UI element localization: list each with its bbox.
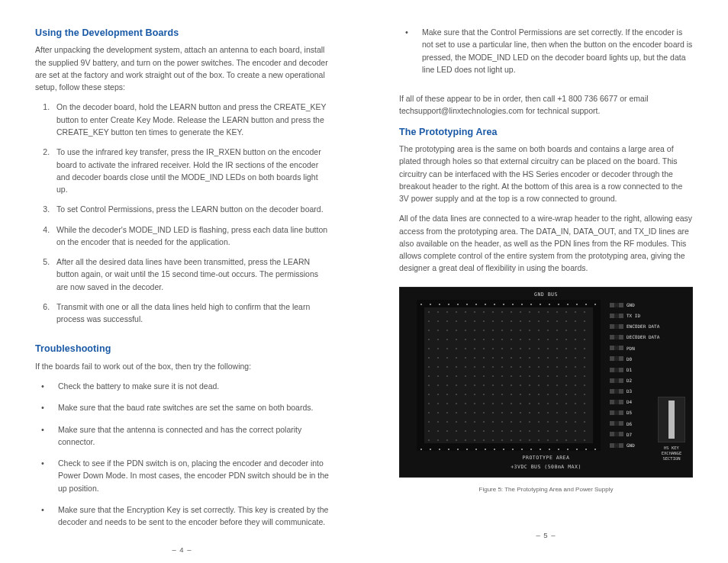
left-column: Using the Development Boards After unpac… (0, 0, 364, 563)
heading-troubleshooting: Troubleshooting (35, 342, 329, 356)
tip: Check to see if the PDN switch is on, pl… (52, 457, 329, 494)
tip: Make sure that the Control Permissions a… (416, 26, 693, 76)
tip: Check the battery to make sure it is not… (52, 380, 329, 392)
page-number: – 5 – (399, 530, 693, 542)
step: After all the desired data lines have be… (52, 256, 329, 293)
figure-caption: Figure 5: The Prototyping Area and Power… (399, 485, 693, 494)
step: While the decoder's MODE_IND LED is flas… (52, 224, 329, 249)
proto-para1: The prototyping area is the same on both… (399, 143, 693, 204)
key-exchange-section: HS KEY EXCHANGE SECTION (654, 300, 689, 465)
intro-text: After unpacking the development system, … (35, 43, 329, 93)
step: On the decoder board, hold the LEARN but… (52, 101, 329, 138)
silk-proto-area: PROTOTYPE AREA (400, 454, 692, 462)
troubleshooting-continued: Make sure that the Control Permissions a… (399, 26, 693, 85)
silk-3v-bus: +3VDC BUS (500mA MAX) (400, 463, 692, 471)
tip: Make sure that the antenna is connected … (52, 423, 329, 449)
step: To use the infrared key transfer, press … (52, 146, 329, 195)
heading-prototyping: The Prototyping Area (399, 125, 693, 140)
proto-para2: All of the data lines are connected to a… (399, 212, 693, 274)
tip: Make sure that the baud rate switches ar… (52, 401, 329, 413)
step: Transmit with one or all the data lines … (52, 301, 329, 326)
page-number: – 4 – (35, 545, 329, 556)
heading-using-boards: Using the Development Boards (35, 26, 329, 40)
right-column: Make sure that the Control Permissions a… (364, 0, 728, 563)
silk-gnd-bus: GND BUS (400, 291, 692, 298)
setup-steps: On the decoder board, hold the LEARN but… (35, 101, 329, 333)
troubleshooting-intro: If the boards fail to work out of the bo… (35, 360, 329, 372)
troubleshooting-list: Check the battery to make sure it is not… (35, 380, 329, 537)
step: To set Control Permissions, press the LE… (52, 203, 329, 215)
contact-info: If all of these appear to be in order, t… (399, 92, 693, 117)
learn-switch (658, 397, 685, 442)
figure-prototyping-area: GND BUS GND TX ID ENCODER DATA DECODER D… (399, 287, 693, 478)
tip: Make sure that the Encryption Key is set… (52, 503, 329, 529)
proto-hole-grid (417, 300, 601, 451)
